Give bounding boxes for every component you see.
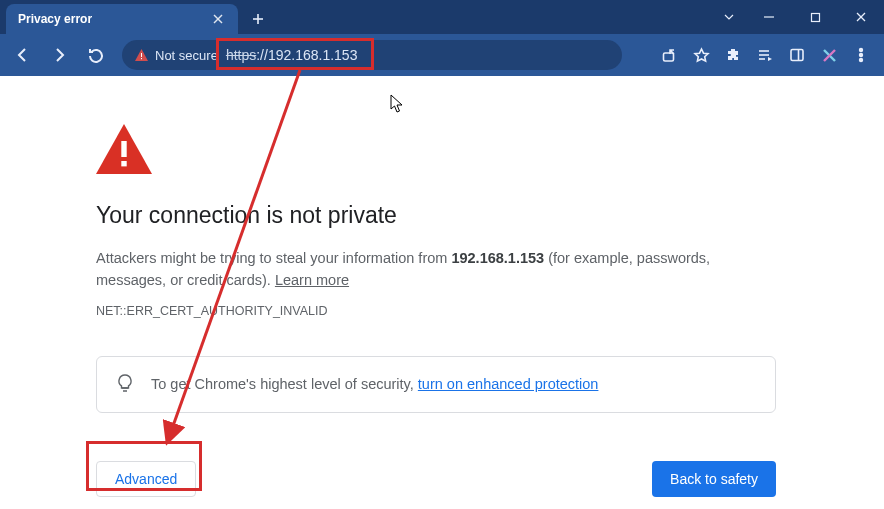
advanced-button[interactable]: Advanced	[96, 461, 196, 497]
lightbulb-icon	[115, 373, 135, 396]
svg-rect-5	[811, 13, 819, 21]
svg-point-20	[860, 54, 863, 57]
error-code: NET::ERR_CERT_AUTHORITY_INVALID	[96, 304, 776, 318]
page-content: Your connection is not private Attackers…	[0, 76, 884, 509]
titlebar: Privacy error	[0, 0, 884, 34]
address-bar[interactable]: Not secure https://192.168.1.153	[122, 40, 622, 70]
security-indicator[interactable]: Not secure	[134, 48, 218, 63]
page-heading: Your connection is not private	[96, 202, 776, 229]
svg-rect-8	[141, 53, 142, 57]
privacy-error-page: Your connection is not private Attackers…	[96, 76, 776, 497]
warning-triangle-icon	[134, 48, 149, 63]
svg-point-21	[860, 59, 863, 62]
nav-reload-button[interactable]	[80, 40, 110, 70]
nav-back-button[interactable]	[8, 40, 38, 70]
browser-tab[interactable]: Privacy error	[6, 4, 238, 34]
url-scheme: https	[226, 47, 256, 63]
window-minimize-button[interactable]	[746, 0, 792, 34]
warning-triangle-icon	[96, 124, 776, 178]
body-prefix: Attackers might be trying to steal your …	[96, 250, 451, 266]
back-to-safety-button[interactable]: Back to safety	[652, 461, 776, 497]
profile-button[interactable]	[814, 40, 844, 70]
security-label: Not secure	[155, 48, 218, 63]
media-control-button[interactable]	[750, 40, 780, 70]
tab-search-button[interactable]	[712, 0, 746, 34]
share-button[interactable]	[654, 40, 684, 70]
svg-rect-10	[663, 53, 673, 61]
window-controls	[712, 0, 884, 34]
new-tab-button[interactable]	[244, 4, 272, 34]
side-panel-button[interactable]	[782, 40, 812, 70]
browser-window: Privacy error	[0, 0, 884, 509]
window-maximize-button[interactable]	[792, 0, 838, 34]
learn-more-link[interactable]: Learn more	[275, 272, 349, 288]
tip-text-wrap: To get Chrome's highest level of securit…	[151, 376, 598, 392]
enhanced-protection-link[interactable]: turn on enhanced protection	[418, 376, 599, 392]
window-close-button[interactable]	[838, 0, 884, 34]
svg-marker-14	[768, 57, 772, 61]
svg-point-19	[860, 49, 863, 52]
tip-text: To get Chrome's highest level of securit…	[151, 376, 418, 392]
svg-rect-15	[791, 50, 803, 61]
menu-button[interactable]	[846, 40, 876, 70]
extensions-button[interactable]	[718, 40, 748, 70]
enhanced-protection-tip: To get Chrome's highest level of securit…	[96, 356, 776, 413]
button-row: Advanced Back to safety	[96, 461, 776, 497]
url-rest: ://192.168.1.153	[256, 47, 357, 63]
toolbar: Not secure https://192.168.1.153	[0, 34, 884, 76]
svg-rect-23	[121, 161, 126, 166]
toolbar-right	[654, 40, 876, 70]
bookmark-button[interactable]	[686, 40, 716, 70]
nav-forward-button[interactable]	[44, 40, 74, 70]
svg-rect-22	[121, 141, 126, 157]
tab-title: Privacy error	[18, 12, 202, 26]
tab-close-button[interactable]	[210, 11, 226, 27]
warning-body: Attackers might be trying to steal your …	[96, 247, 776, 292]
url-text: https://192.168.1.153	[226, 47, 358, 63]
svg-rect-9	[141, 58, 142, 59]
body-host: 192.168.1.153	[451, 250, 544, 266]
